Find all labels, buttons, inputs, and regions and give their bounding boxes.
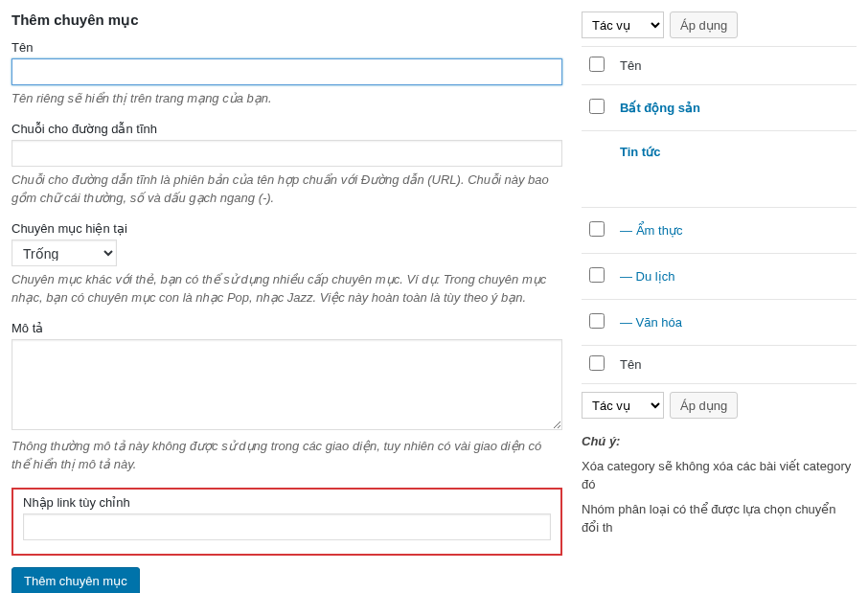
table-row: — Văn hóa [582, 300, 857, 346]
description-description: Thông thường mô tả này không được sử dụn… [11, 437, 562, 474]
parent-select[interactable]: Trống [11, 239, 117, 266]
name-label: Tên [11, 40, 562, 55]
parent-description: Chuyên mục khác với thẻ, bạn có thể sử d… [11, 270, 562, 308]
slug-label: Chuỗi cho đường dẫn tĩnh [11, 122, 562, 136]
bulk-action-select-bottom[interactable]: Tác vụ [582, 392, 664, 419]
apply-button-top[interactable]: Áp dụng [670, 11, 738, 38]
category-link[interactable]: — Du lịch [620, 269, 674, 284]
column-header-name[interactable]: Tên [612, 47, 857, 85]
slug-description: Chuỗi cho đường dẫn tĩnh là phiên bản củ… [11, 171, 562, 208]
table-row: — Ẩm thực [582, 208, 857, 254]
note-line1: Xóa category sẽ không xóa các bài viết c… [582, 457, 857, 494]
description-label: Mô tả [11, 321, 562, 335]
note-line2: Nhóm phân loại có thể được lựa chọn chuy… [582, 500, 857, 537]
parent-label: Chuyên mục hiện tại [11, 221, 562, 236]
row-checkbox[interactable] [589, 313, 605, 329]
slug-input[interactable] [11, 140, 562, 167]
custom-link-box: Nhập link tùy chỉnh [11, 488, 562, 556]
table-row: Bất động sản [582, 85, 857, 131]
select-all-bottom[interactable] [589, 355, 605, 371]
customlink-label: Nhập link tùy chỉnh [23, 495, 551, 510]
select-all-top[interactable] [589, 57, 605, 72]
note-title: Chú ý: [582, 434, 620, 448]
description-textarea[interactable] [11, 339, 562, 430]
page-heading: Thêm chuyên mục [11, 11, 562, 29]
category-link[interactable]: Bất động sản [620, 101, 700, 115]
table-row: — Du lịch [582, 254, 857, 300]
apply-button-bottom[interactable]: Áp dụng [670, 392, 738, 419]
submit-button[interactable]: Thêm chuyên mục [11, 567, 140, 594]
customlink-input[interactable] [23, 513, 551, 540]
bulk-action-select-top[interactable]: Tác vụ [582, 11, 664, 38]
name-input[interactable] [11, 58, 562, 85]
row-checkbox[interactable] [589, 267, 605, 283]
category-link[interactable]: — Văn hóa [620, 315, 682, 330]
row-checkbox[interactable] [589, 221, 605, 237]
category-link[interactable]: — Ẩm thực [620, 223, 682, 238]
note-block: Chú ý: Xóa category sẽ không xóa các bài… [582, 432, 857, 537]
category-link[interactable]: Tin tức [620, 145, 660, 159]
column-footer-name[interactable]: Tên [612, 346, 857, 384]
name-description: Tên riêng sẽ hiển thị trên trang mạng củ… [11, 89, 562, 108]
row-checkbox[interactable] [589, 99, 605, 114]
table-row: Tin tức [582, 131, 857, 208]
